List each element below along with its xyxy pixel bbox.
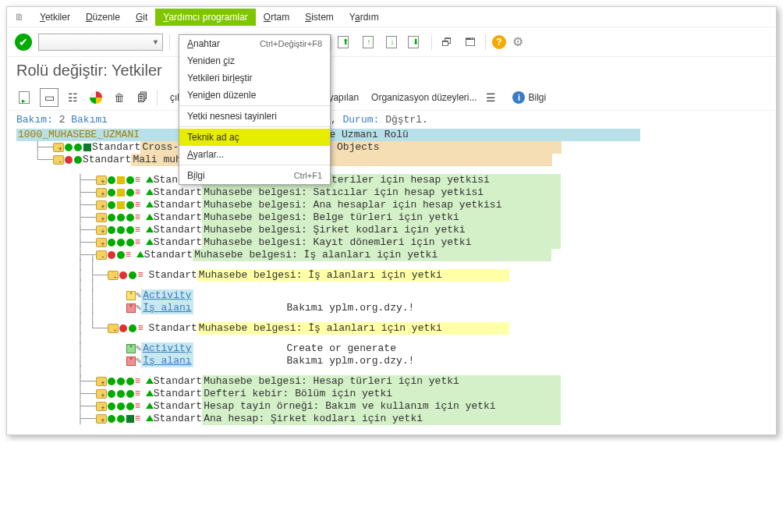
tree-node[interactable]: ├──+ Standart Ana hesap: Şirket kodları … (16, 413, 767, 425)
list-icon[interactable] (126, 250, 136, 260)
edit-icon[interactable]: ✎ (136, 355, 141, 367)
tree-node[interactable]: ├──+ Standart Muhasebe belgesi: Hesap tü… (16, 375, 767, 388)
field-row[interactable]: │ * ✎ Activity Create or generate (16, 342, 767, 355)
new-session-icon[interactable]: 🗗 (438, 34, 455, 51)
field-row[interactable]: │ │ * ✎ Activity (16, 289, 767, 302)
dd-ayarlar[interactable]: Ayarlar... (179, 146, 330, 163)
tree-node[interactable]: ├──+ Standart Muhasebe belgesi: Satıcıla… (16, 186, 767, 199)
last-page-icon[interactable]: ⬇ (408, 34, 425, 51)
list-icon[interactable] (135, 225, 146, 235)
settings-icon[interactable]: ⚙ (512, 34, 523, 49)
prev-page-icon[interactable]: ↑ (361, 34, 378, 51)
menu-yardim[interactable]: Yardım (342, 9, 387, 26)
dd-yetkileri-birlestir[interactable]: Yetkileri birleştir (179, 69, 330, 87)
list-icon[interactable] (135, 377, 146, 386)
field-row[interactable]: │ * ✎ İş alanı Bakımı yplm.org.dzy.! (16, 355, 767, 367)
document-icon: 🗎 (15, 12, 24, 23)
menu-duzenle[interactable]: Düzenle (78, 9, 128, 26)
next-page-icon[interactable]: ↓ (384, 34, 402, 51)
tree-icon (146, 226, 154, 232)
menu-ortam[interactable]: Ortam (256, 9, 297, 26)
delete-icon[interactable]: 🗑 (110, 88, 129, 107)
tree-node[interactable]: │ └──- Standart Muhasebe belgesi: İş ala… (16, 322, 767, 335)
list-icon[interactable] (135, 238, 146, 247)
dd-yetki-nesnesi[interactable]: Yetki nesnesi tayinleri (179, 108, 330, 125)
page-title: Rolü değiştir: Yetkiler (7, 57, 776, 84)
star-icon[interactable]: * (126, 356, 136, 366)
field-row[interactable]: │ │ * ✎ İş alanı Bakımı yplm.org.dzy.! (16, 302, 767, 314)
list-icon[interactable] (137, 324, 148, 333)
tree-node[interactable]: ├──+ Standart Defteri kebir: Bölüm için … (16, 388, 767, 400)
list-icon[interactable] (135, 389, 146, 399)
tree-node[interactable]: ├──+ Standart Muhasebe belgesi: Müşteril… (16, 174, 767, 186)
list-icon[interactable] (135, 176, 146, 185)
tree-node[interactable]: ├──+ Standart Muhasebe belgesi: Kayıt dö… (16, 236, 767, 249)
expand-icon[interactable]: + (96, 225, 107, 235)
collapse-icon[interactable]: - (108, 324, 119, 333)
expand-icon[interactable]: + (96, 200, 107, 210)
menu-yetkiler[interactable]: Yetkiler (32, 9, 78, 26)
tree-icon (136, 251, 144, 257)
expand-icon[interactable]: + (96, 377, 107, 386)
star-icon[interactable]: * (126, 344, 136, 353)
tree-node[interactable]: ├──+ Standart Hesap tayin örneği: Bakım … (16, 400, 767, 413)
list-icon[interactable] (135, 200, 146, 210)
tree-node[interactable]: ├──+ Standart Muhasebe belgesi: Şirket k… (16, 224, 767, 236)
first-page-icon[interactable]: ⬆ (338, 34, 355, 51)
legend-icon[interactable] (87, 88, 105, 107)
tree-icon (146, 189, 154, 195)
copy-icon[interactable]: 🗐 (133, 88, 152, 107)
dd-anahtar[interactable]: AnahtarCtrl+Değiştir+F8 (179, 35, 330, 52)
dd-yeniden-ciz[interactable]: Yeniden çiz (179, 52, 330, 69)
dd-bilgi[interactable]: BilgiCtrl+F1 (179, 167, 330, 184)
tree-node[interactable]: └──- Standart Mali muhasebe (16, 154, 767, 166)
star-icon[interactable]: * (126, 291, 136, 300)
hierarchy-icon[interactable]: ☷ (63, 88, 82, 107)
expand-icon[interactable]: + (96, 213, 107, 222)
tree-node[interactable]: ├──+ Standart Muhasebe belgesi: Ana hesa… (16, 199, 767, 211)
list-icon[interactable] (135, 402, 146, 411)
tree-icon (146, 415, 154, 421)
shortcut-icon[interactable]: 🗔 (462, 34, 479, 51)
expand-icon[interactable]: + (96, 238, 107, 247)
tree-icon (146, 378, 154, 384)
menu-yardimci-programlar[interactable]: Yardımcı programlar (155, 9, 256, 26)
list-icon[interactable] (135, 213, 146, 222)
help-icon[interactable]: ? (492, 35, 506, 49)
expand-icon[interactable]: + (96, 402, 107, 411)
collapse-icon[interactable]: - (53, 155, 64, 165)
expand-icon[interactable]: + (96, 414, 107, 424)
star-icon[interactable]: * (126, 303, 136, 313)
tree-node[interactable]: ├──+ Standart Muhasebe belgesi: Belge tü… (16, 211, 767, 224)
collapse-icon[interactable]: ▭ (40, 88, 58, 107)
tree-node[interactable]: ├─┬- Standart Muhasebe belgesi: İş alanl… (16, 249, 767, 261)
btn-bilgi[interactable]: i Bilgi (512, 91, 546, 104)
tree-icon (146, 239, 154, 245)
edit-icon[interactable]: ✎ (136, 289, 141, 302)
menubar: 🗎 Yetkiler Düzenle Git Yardımcı programl… (7, 7, 776, 27)
command-combo[interactable] (38, 34, 163, 51)
expand-icon[interactable]: + (96, 176, 107, 185)
enter-button[interactable]: ✔ (15, 34, 32, 51)
tree-node[interactable]: ├──+ Standart Cross-application Authoriz… (16, 141, 767, 154)
dropdown-yardimci-programlar: AnahtarCtrl+Değiştir+F8 Yeniden çiz Yetk… (179, 34, 331, 185)
collapse-icon[interactable]: - (96, 250, 107, 260)
expand-icon[interactable]: + (96, 389, 107, 399)
expand-icon[interactable]: + (53, 143, 64, 152)
list-button-icon[interactable]: ☰ (481, 88, 500, 107)
list-icon[interactable] (135, 188, 146, 197)
edit-icon[interactable]: ✎ (136, 342, 141, 355)
menu-sistem[interactable]: Sistem (297, 9, 342, 26)
list-icon[interactable] (137, 271, 148, 280)
dd-teknik-ad-ac[interactable]: Teknik ad aç (179, 129, 330, 146)
tree-icon (146, 403, 154, 409)
expand-icon[interactable]: + (96, 188, 107, 197)
edit-icon[interactable]: ✎ (136, 302, 141, 314)
dd-yeniden-duzenle[interactable]: Yeniden düzenle (179, 87, 330, 104)
collapse-icon[interactable]: - (108, 271, 119, 280)
list-icon[interactable] (135, 414, 146, 424)
btn-organizasyon[interactable]: Organizasyon düzeyleri... (371, 92, 477, 103)
expand-icon[interactable]: ▸ (16, 88, 35, 107)
tree-node[interactable]: │ ├──- Standart Muhasebe belgesi: İş ala… (16, 269, 767, 282)
menu-git[interactable]: Git (128, 9, 155, 26)
